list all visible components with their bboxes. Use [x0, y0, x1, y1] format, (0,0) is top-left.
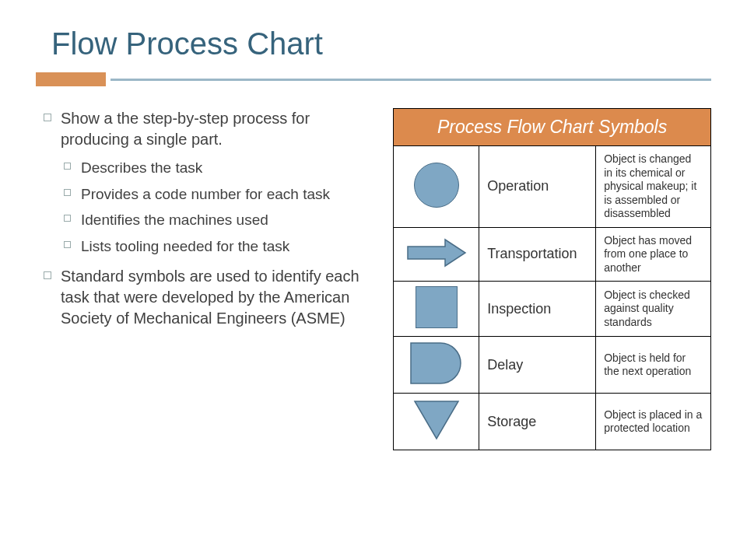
symbol-name: Storage	[479, 394, 596, 450]
symbol-desc: Object is placed in a protected location	[596, 394, 711, 450]
sub-bullet-item: Provides a code number for each task	[61, 184, 374, 205]
sub-bullet-list: Describes the task Provides a code numbe…	[61, 158, 374, 257]
symbol-desc: Object is checked against quality standa…	[596, 282, 711, 337]
arrow-icon	[406, 237, 467, 268]
symbol-cell	[394, 282, 479, 337]
table-header-row: Process Flow Chart Symbols	[394, 109, 711, 146]
symbol-name: Inspection	[479, 282, 596, 337]
symbol-desc: Object is held for the next operation	[596, 337, 711, 394]
accent-block	[36, 72, 106, 86]
symbol-cell	[394, 394, 479, 450]
symbol-name: Transportation	[479, 227, 596, 282]
sub-bullet-item: Describes the task	[61, 158, 374, 178]
symbol-cell	[394, 227, 479, 282]
svg-marker-1	[415, 401, 458, 439]
bullet-list: Show a the step-by-step process for prod…	[40, 108, 374, 329]
table-row: Operation Object is changed in its chemi…	[394, 146, 711, 228]
symbol-desc: Object has moved from one place to anoth…	[596, 227, 711, 282]
symbol-cell	[394, 146, 479, 228]
triangle-icon	[412, 398, 461, 442]
page-title: Flow Process Chart	[51, 26, 711, 61]
symbol-desc: Object is changed in its chemical or phy…	[596, 146, 711, 228]
symbol-cell	[394, 337, 479, 394]
table-row: Storage Object is placed in a protected …	[394, 394, 711, 450]
table-row: Transportation Object has moved from one…	[394, 227, 711, 282]
bullet-item: Standard symbols are used to identify ea…	[40, 266, 374, 329]
slide: Flow Process Chart Show a the step-by-st…	[0, 0, 747, 474]
table-row: Inspection Object is checked against qua…	[394, 282, 711, 337]
sub-bullet-item: Lists tooling needed for the task	[61, 236, 374, 257]
content-row: Show a the step-by-step process for prod…	[36, 108, 711, 450]
symbol-name: Delay	[479, 337, 596, 394]
square-icon	[416, 286, 458, 328]
title-rule	[36, 72, 711, 86]
sub-bullet-item: Identifies the machines used	[61, 210, 374, 230]
circle-icon	[414, 163, 459, 208]
bullet-text: Show a the step-by-step process for prod…	[61, 110, 310, 148]
symbol-name: Operation	[479, 146, 596, 228]
table-row: Delay Object is held for the next operat…	[394, 337, 711, 394]
delay-icon	[409, 341, 464, 385]
table-header: Process Flow Chart Symbols	[394, 109, 711, 146]
left-column: Show a the step-by-step process for prod…	[36, 108, 374, 450]
symbols-table: Process Flow Chart Symbols Operation Obj…	[393, 108, 711, 450]
svg-marker-0	[408, 240, 465, 266]
right-column: Process Flow Chart Symbols Operation Obj…	[393, 108, 711, 450]
accent-line	[110, 79, 711, 81]
bullet-item: Show a the step-by-step process for prod…	[40, 108, 374, 257]
